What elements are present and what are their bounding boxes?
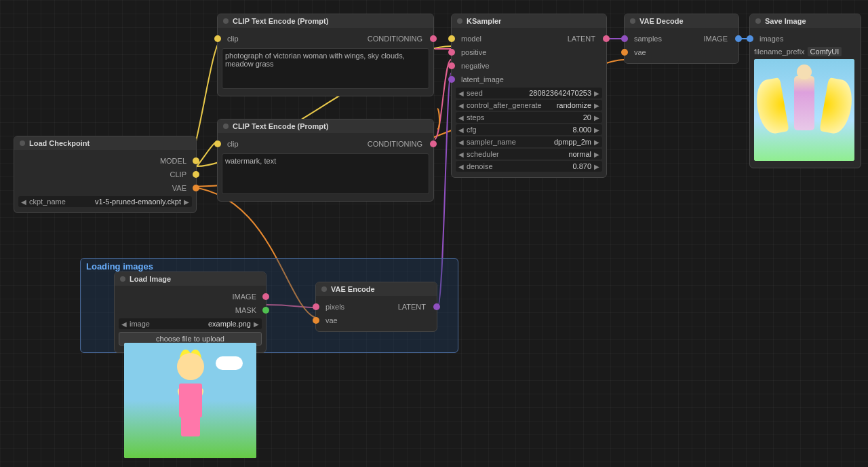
- clip-bottom-output-label: CONDITIONING: [368, 140, 422, 148]
- save-filename-value[interactable]: ComfyUI: [808, 47, 842, 56]
- port-vae-out[interactable]: [193, 185, 199, 191]
- image-field-label: image: [130, 320, 205, 328]
- cfg-arrow-right[interactable]: ▶: [594, 126, 599, 134]
- port-load-mask-out[interactable]: [262, 307, 269, 314]
- scheduler-arrow-left[interactable]: ◀: [458, 151, 464, 158]
- output-clip-row: CLIP: [14, 168, 196, 181]
- load-checkpoint-header: Load Checkpoint: [14, 136, 196, 150]
- scheduler-arrow-right[interactable]: ▶: [594, 151, 599, 158]
- clip-bottom-node: CLIP Text Encode (Prompt) clip CONDITION…: [217, 119, 434, 202]
- vae-encode-vae-row: vae: [316, 314, 437, 327]
- seed-arrow-left[interactable]: ◀: [458, 90, 464, 97]
- port-vae-encode-pixels-in[interactable]: [313, 303, 319, 310]
- port-vae-samples-in[interactable]: [621, 35, 628, 42]
- save-images-input-row: images: [750, 32, 861, 45]
- vae-encode-body: pixels LATENT vae: [316, 296, 437, 331]
- cartoon-girl-body: [179, 384, 202, 417]
- load-image-field[interactable]: ◀ image example.png ▶: [119, 318, 262, 329]
- load-image-output-row: IMAGE: [115, 290, 266, 303]
- port-conditioning-bottom-out[interactable]: [430, 141, 437, 147]
- load-checkpoint-body: MODEL CLIP VAE ◀ ckpt_name v1-5-pruned-e…: [14, 150, 196, 212]
- seed-value: 280823642470253: [529, 89, 591, 97]
- ksampler-header: KSampler: [452, 14, 606, 28]
- port-vae-encode-latent-out[interactable]: [433, 303, 440, 310]
- ksampler-denoise-field[interactable]: ◀ denoise 0.870 ▶: [456, 161, 602, 172]
- header-dot: [120, 276, 125, 282]
- cfg-value: 8.000: [572, 126, 591, 134]
- cartoon-girl-legs: [181, 416, 200, 436]
- ckpt-arrow-right[interactable]: ▶: [184, 198, 189, 206]
- load-image-node: Load Image IMAGE MASK ◀ image example.pn…: [114, 272, 267, 353]
- control-arrow-right[interactable]: ▶: [594, 102, 599, 109]
- load-checkpoint-title: Load Checkpoint: [29, 139, 90, 147]
- person-head: [797, 64, 812, 79]
- clip-top-text[interactable]: photograph of victorian woman with wings…: [222, 48, 429, 89]
- seed-arrow-right[interactable]: ▶: [594, 90, 599, 97]
- ksampler-sampler-field[interactable]: ◀ sampler_name dpmpp_2m ▶: [456, 136, 602, 147]
- port-vae-image-out[interactable]: [735, 35, 742, 42]
- sampler-label: sampler_name: [467, 138, 551, 146]
- save-filename-label: filename_prefix: [754, 48, 805, 56]
- ksampler-negative-label: negative: [461, 62, 490, 70]
- port-ksampler-latent-in2[interactable]: [448, 76, 455, 83]
- port-model-out[interactable]: [193, 157, 199, 164]
- ksampler-control-field[interactable]: ◀ control_after_generate randomize ▶: [456, 100, 602, 111]
- clip-top-title: CLIP Text Encode (Prompt): [233, 17, 328, 25]
- sampler-arrow-left[interactable]: ◀: [458, 138, 464, 146]
- vae-decode-body: samples IMAGE vae: [625, 28, 738, 63]
- clip-bottom-text[interactable]: watermark, text: [222, 153, 429, 194]
- output-clip-label: CLIP: [170, 170, 186, 179]
- image-field-value: example.png: [208, 320, 251, 328]
- ksampler-steps-field[interactable]: ◀ steps 20 ▶: [456, 112, 602, 123]
- control-arrow-left[interactable]: ◀: [458, 102, 464, 109]
- load-checkpoint-node: Load Checkpoint MODEL CLIP VAE ◀ ckpt_na…: [14, 136, 197, 213]
- header-dot: [223, 124, 229, 129]
- ksampler-model-label: model: [461, 35, 481, 43]
- image-arrow-right[interactable]: ▶: [254, 320, 259, 328]
- sampler-arrow-right[interactable]: ▶: [594, 138, 599, 146]
- cfg-arrow-left[interactable]: ◀: [458, 126, 464, 134]
- header-dot: [223, 18, 229, 24]
- denoise-value: 0.870: [572, 162, 591, 170]
- control-label: control_after_generate: [467, 101, 554, 109]
- denoise-arrow-left[interactable]: ◀: [458, 163, 464, 170]
- ckpt-field[interactable]: ◀ ckpt_name v1-5-pruned-emaonly.ckpt ▶: [18, 196, 192, 207]
- ksampler-latent-label: LATENT: [568, 35, 595, 43]
- port-clip-out[interactable]: [193, 171, 199, 178]
- header-dot: [755, 18, 761, 24]
- cartoon-cloud: [216, 356, 243, 370]
- port-ksampler-model-in[interactable]: [448, 35, 455, 42]
- cartoon-girl-head: [177, 353, 204, 380]
- ksampler-scheduler-field[interactable]: ◀ scheduler normal ▶: [456, 149, 602, 160]
- port-conditioning-top-out[interactable]: [430, 35, 437, 42]
- ksampler-cfg-field[interactable]: ◀ cfg 8.000 ▶: [456, 124, 602, 135]
- load-image-header: Load Image: [115, 272, 266, 286]
- vae-vae-label: vae: [634, 48, 646, 56]
- vae-encode-header: VAE Encode: [316, 282, 437, 296]
- denoise-arrow-right[interactable]: ▶: [594, 163, 599, 170]
- port-clip-top-in[interactable]: [214, 35, 221, 42]
- steps-arrow-right[interactable]: ▶: [594, 114, 599, 122]
- port-clip-bottom-in[interactable]: [214, 141, 221, 147]
- save-filename-row: filename_prefix ComfyUI: [754, 47, 856, 56]
- ckpt-arrow-left[interactable]: ◀: [21, 198, 26, 206]
- output-vae-row: VAE: [14, 181, 196, 195]
- port-ksampler-latent-out[interactable]: [603, 35, 610, 42]
- port-vae-encode-vae-in[interactable]: [313, 317, 319, 324]
- save-images-label: images: [760, 35, 783, 43]
- port-ksampler-negative-in[interactable]: [448, 62, 455, 69]
- clip-top-node: CLIP Text Encode (Prompt) clip CONDITION…: [217, 14, 434, 96]
- port-vae-vae-in[interactable]: [621, 49, 628, 56]
- vae-encode-vae-label: vae: [326, 316, 338, 324]
- scheduler-value: normal: [568, 150, 591, 158]
- port-load-image-out[interactable]: [262, 293, 269, 300]
- port-save-images-in[interactable]: [747, 35, 753, 42]
- output-model-row: MODEL: [14, 154, 196, 168]
- scheduler-label: scheduler: [467, 150, 566, 158]
- clip-top-output-label: CONDITIONING: [368, 35, 422, 43]
- port-ksampler-positive-in[interactable]: [448, 49, 455, 56]
- sampler-value: dpmpp_2m: [554, 138, 591, 146]
- steps-arrow-left[interactable]: ◀: [458, 114, 464, 122]
- image-arrow-left[interactable]: ◀: [121, 320, 127, 328]
- ksampler-seed-field[interactable]: ◀ seed 280823642470253 ▶: [456, 88, 602, 98]
